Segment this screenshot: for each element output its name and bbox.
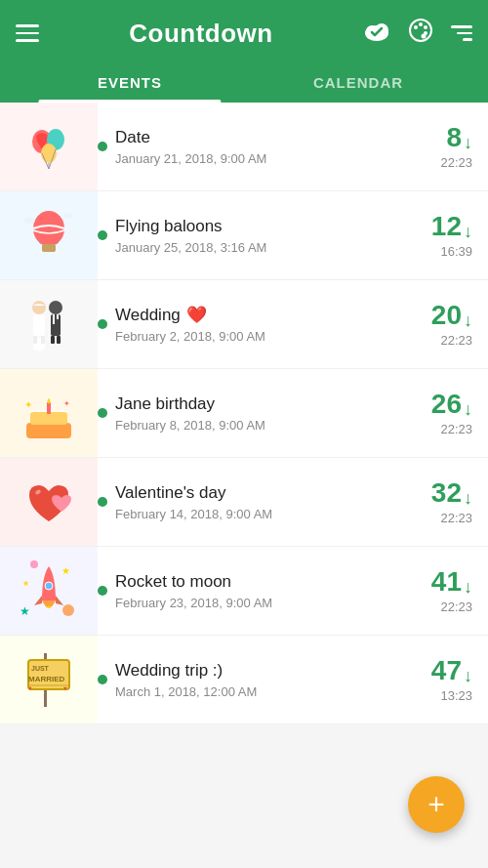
svg-point-4 <box>414 25 418 29</box>
app-header: Countdown <box>0 0 488 103</box>
event-date: February 23, 2018, 9:00 AM <box>115 596 408 610</box>
event-content: Flying baloons January 25, 2018, 3:16 AM <box>98 203 420 269</box>
event-content: Rocket to moon February 23, 2018, 9:00 A… <box>98 558 420 624</box>
event-name: Wedding trip :) <box>115 661 408 681</box>
svg-rect-24 <box>57 314 59 319</box>
event-name: Date <box>115 128 408 147</box>
event-date: February 2, 2018, 9:00 AM <box>115 329 408 344</box>
svg-point-39 <box>45 582 53 590</box>
event-content: Wedding ❤️ February 2, 2018, 9:00 AM <box>98 291 420 357</box>
event-countdown: 12↓ 16:39 <box>420 198 488 272</box>
svg-text:★: ★ <box>22 579 29 588</box>
event-content: Valentine's day February 14, 2018, 9:00 … <box>98 470 420 535</box>
event-content: Jane birthday February 8, 2018, 9:00 AM <box>98 381 420 446</box>
event-thumbnail <box>0 458 98 546</box>
svg-point-8 <box>421 34 426 39</box>
event-name: Rocket to moon <box>115 572 408 592</box>
event-item[interactable]: Flying baloons January 25, 2018, 3:16 AM… <box>0 191 488 280</box>
svg-rect-16 <box>42 244 56 252</box>
tab-calendar[interactable]: CALENDAR <box>244 62 472 103</box>
event-countdown: 26↓ 22:23 <box>420 376 488 450</box>
svg-rect-25 <box>51 336 55 344</box>
event-item[interactable]: ★ ★ ★ Ro <box>0 547 488 636</box>
svg-text:★: ★ <box>61 565 70 576</box>
countdown-days: 8↓ <box>427 123 472 153</box>
countdown-time: 22:23 <box>427 155 472 170</box>
event-item[interactable]: Date January 21, 2018, 9:00 AM 8↓ 22:23 <box>0 103 488 191</box>
countdown-time: 22:23 <box>427 599 472 614</box>
svg-point-19 <box>23 218 35 224</box>
svg-point-20 <box>63 214 73 219</box>
countdown-time: 16:39 <box>427 244 472 259</box>
countdown-days: 41↓ <box>427 567 472 598</box>
event-countdown: 32↓ 22:23 <box>420 465 488 539</box>
event-date: February 8, 2018, 9:00 AM <box>115 418 408 433</box>
svg-point-2 <box>375 23 388 37</box>
sort-icon[interactable] <box>451 25 472 41</box>
event-item[interactable]: Wedding ❤️ February 2, 2018, 9:00 AM 20↓… <box>0 280 488 369</box>
svg-rect-22 <box>51 314 61 336</box>
app-title: Countdown <box>129 19 272 49</box>
svg-rect-31 <box>26 423 71 438</box>
countdown-days: 12↓ <box>427 212 472 242</box>
event-item[interactable]: Valentine's day February 14, 2018, 9:00 … <box>0 458 488 547</box>
event-name: Valentine's day <box>115 483 408 503</box>
svg-text:★: ★ <box>20 604 30 618</box>
svg-point-6 <box>424 25 427 29</box>
tab-events[interactable]: EVENTS <box>16 62 244 103</box>
header-top: Countdown <box>16 18 472 62</box>
add-event-button[interactable]: + <box>408 776 465 833</box>
event-thumbnail: ✦ ✦ <box>0 369 98 457</box>
event-countdown: 8↓ 22:23 <box>420 109 488 184</box>
event-item[interactable]: JUST MARRIED ♥ ♥ Wedding trip :) March 1… <box>0 636 488 724</box>
countdown-days: 26↓ <box>427 390 472 420</box>
event-countdown: 47↓ 13:23 <box>420 642 488 717</box>
event-countdown: 20↓ 22:23 <box>420 287 488 361</box>
svg-point-27 <box>32 301 46 314</box>
events-list: Date January 21, 2018, 9:00 AM 8↓ 22:23 <box>0 103 488 724</box>
svg-text:♥: ♥ <box>28 685 32 691</box>
event-thumbnail <box>0 103 98 190</box>
event-item[interactable]: ✦ ✦ Jane birthday February 8, 2018, 9:00… <box>0 369 488 458</box>
check-cloud-icon[interactable] <box>363 20 390 47</box>
event-thumbnail <box>0 280 98 368</box>
event-name: Wedding ❤️ <box>115 305 408 325</box>
svg-point-21 <box>49 301 62 314</box>
svg-rect-29 <box>33 336 37 344</box>
svg-point-42 <box>30 560 38 568</box>
event-date: January 21, 2018, 9:00 AM <box>115 151 408 166</box>
event-content: Date January 21, 2018, 9:00 AM <box>98 114 420 180</box>
event-date: January 25, 2018, 3:16 AM <box>115 240 408 255</box>
menu-icon[interactable] <box>16 24 39 42</box>
svg-rect-30 <box>41 336 45 344</box>
event-name: Flying baloons <box>115 217 408 236</box>
svg-rect-28 <box>33 314 45 336</box>
palette-icon[interactable] <box>408 18 433 49</box>
countdown-days: 32↓ <box>427 478 472 509</box>
svg-rect-23 <box>53 314 55 324</box>
tabs: EVENTS CALENDAR <box>16 62 472 103</box>
event-date: February 14, 2018, 9:00 AM <box>115 507 408 521</box>
countdown-time: 22:23 <box>427 511 472 525</box>
countdown-arrow: ↓ <box>464 134 472 153</box>
svg-text:MARRIED: MARRIED <box>28 675 65 683</box>
svg-text:♥: ♥ <box>63 685 67 691</box>
svg-text:✦: ✦ <box>63 399 70 408</box>
svg-text:JUST: JUST <box>31 665 50 672</box>
svg-point-41 <box>62 604 74 616</box>
heart-emoji: ❤️ <box>186 305 207 325</box>
event-thumbnail: ★ ★ ★ <box>0 547 98 635</box>
svg-point-5 <box>419 22 423 26</box>
countdown-days: 47↓ <box>427 656 472 686</box>
event-countdown: 41↓ 22:23 <box>420 554 488 628</box>
svg-point-15 <box>33 211 64 246</box>
svg-rect-26 <box>57 336 61 344</box>
event-thumbnail <box>0 191 98 279</box>
countdown-days: 20↓ <box>427 301 472 331</box>
event-thumbnail: JUST MARRIED ♥ ♥ <box>0 636 98 723</box>
event-name: Jane birthday <box>115 394 408 414</box>
countdown-time: 13:23 <box>427 688 472 703</box>
svg-text:✦: ✦ <box>24 399 32 410</box>
countdown-time: 22:23 <box>427 333 472 348</box>
event-content: Wedding trip :) March 1, 2018, 12:00 AM <box>98 647 420 713</box>
